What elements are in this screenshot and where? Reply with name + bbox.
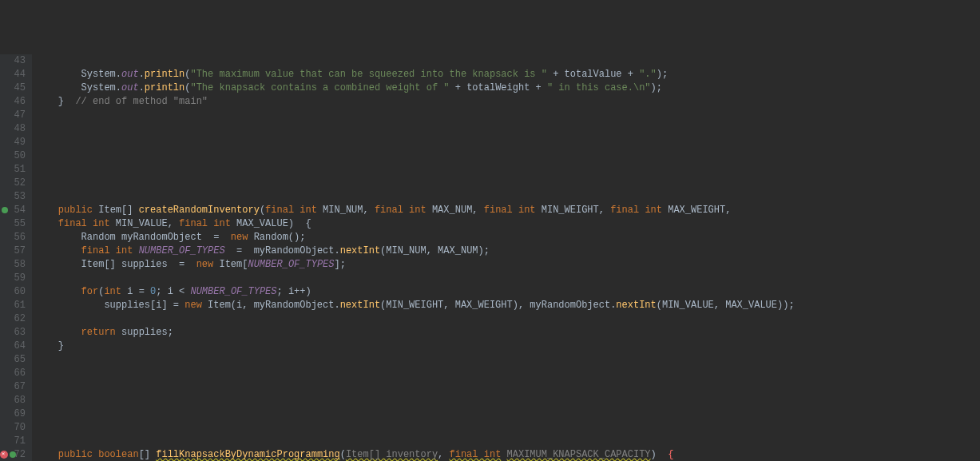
code-token: return xyxy=(81,327,116,338)
code-line[interactable]: } // end of method "main" xyxy=(35,95,980,109)
code-token: fillKnapsackByDynamicProgramming xyxy=(156,449,339,460)
code-token: MIN_VALUE, xyxy=(110,218,179,229)
code-area[interactable]: System.out.println("The maximum value th… xyxy=(32,54,980,461)
code-token: i = xyxy=(121,286,150,297)
line-number: 63 xyxy=(0,326,26,340)
code-line[interactable] xyxy=(35,149,980,163)
code-token: ) xyxy=(651,449,669,460)
code-token: ); xyxy=(651,82,662,93)
code-token: final int xyxy=(610,205,662,216)
override-marker-icon xyxy=(10,451,16,458)
code-line[interactable] xyxy=(35,312,980,326)
code-token: public xyxy=(58,205,93,216)
code-token: } xyxy=(35,96,75,107)
code-line[interactable] xyxy=(35,177,980,190)
code-line[interactable] xyxy=(35,421,980,435)
code-token: new xyxy=(184,300,202,311)
code-token: Item(i, myRandomObject. xyxy=(202,300,340,311)
code-token: NUMBER_OF_TYPES xyxy=(248,259,334,270)
code-line[interactable] xyxy=(35,272,980,285)
line-number: 52 xyxy=(0,177,26,190)
code-line[interactable] xyxy=(35,190,980,204)
code-token: + totalValue + xyxy=(547,69,639,80)
code-line[interactable] xyxy=(35,122,980,136)
code-token xyxy=(35,205,58,216)
code-line[interactable] xyxy=(35,394,980,407)
code-token: nextInt xyxy=(616,300,656,311)
code-token: nextInt xyxy=(340,245,380,256)
code-editor[interactable]: 4344454647484950515253545556575859606162… xyxy=(0,54,980,461)
code-line[interactable]: public boolean[] fillKnapsackByDynamicPr… xyxy=(35,448,980,461)
code-line[interactable]: Random myRandomObject = new Random(); xyxy=(35,231,980,244)
line-number-gutter: 4344454647484950515253545556575859606162… xyxy=(0,54,32,461)
code-line[interactable]: final int NUMBER_OF_TYPES = myRandomObje… xyxy=(35,244,980,258)
code-line[interactable] xyxy=(35,353,980,367)
line-number: 57 xyxy=(0,244,26,258)
code-line[interactable] xyxy=(35,163,980,177)
line-number: 43 xyxy=(0,54,26,68)
code-token: Item[ xyxy=(213,259,248,270)
line-number: 47 xyxy=(0,109,26,122)
code-line[interactable]: System.out.println("The knapsack contain… xyxy=(35,81,980,95)
code-token xyxy=(35,327,81,338)
code-token: ; i++) xyxy=(277,286,311,297)
line-number: 44 xyxy=(0,68,26,81)
line-number: 67 xyxy=(0,380,26,394)
code-token: final int xyxy=(179,218,231,229)
error-marker-icon xyxy=(0,451,8,459)
code-line[interactable] xyxy=(35,136,980,149)
code-line[interactable]: for(int i = 0; i < NUMBER_OF_TYPES; i++) xyxy=(35,285,980,299)
code-token: new xyxy=(231,232,248,243)
line-number: 65 xyxy=(0,353,26,367)
line-number: 72 xyxy=(0,448,26,461)
code-line[interactable]: final int MIN_VALUE, final int MAX_VALUE… xyxy=(35,217,980,231)
code-line[interactable]: System.out.println("The maximum value th… xyxy=(35,68,980,81)
code-line[interactable] xyxy=(35,54,980,68)
code-token: . xyxy=(116,82,121,93)
code-token: supplies; xyxy=(116,327,173,338)
code-token: nextInt xyxy=(340,300,380,311)
code-token: MIN_WEIGHT, xyxy=(536,205,611,216)
code-token: } xyxy=(35,340,64,352)
code-token: supplies[i] = xyxy=(35,300,184,311)
line-number: 60 xyxy=(0,285,26,299)
line-number: 68 xyxy=(0,394,26,407)
line-number: 55 xyxy=(0,217,26,231)
line-number: 61 xyxy=(0,299,26,312)
code-token: Item[] inventory xyxy=(346,449,438,460)
code-token: NUMBER_OF_TYPES xyxy=(190,286,276,297)
code-token: final int xyxy=(484,205,536,216)
code-line[interactable]: Item[] supplies = new Item[NUMBER_OF_TYP… xyxy=(35,258,980,272)
code-token: . xyxy=(139,82,145,93)
code-line[interactable]: return supplies; xyxy=(35,326,980,340)
code-token: + totalWeight + xyxy=(450,82,547,93)
code-line[interactable] xyxy=(35,367,980,380)
code-token: (MIN_NUM, MAX_NUM); xyxy=(380,245,490,256)
line-number: 51 xyxy=(0,163,26,177)
code-token: for xyxy=(81,286,99,297)
line-number: 49 xyxy=(0,136,26,149)
code-token: MAX_WEIGHT, xyxy=(662,205,731,216)
line-number: 48 xyxy=(0,122,26,136)
code-token xyxy=(133,245,138,256)
line-number: 66 xyxy=(0,367,26,380)
code-token xyxy=(35,218,58,229)
code-line[interactable]: public Item[] createRandomInventory(fina… xyxy=(35,204,980,217)
code-token: Item[] xyxy=(93,205,139,216)
code-line[interactable]: } xyxy=(35,340,980,353)
code-token: MIN_NUM, xyxy=(317,205,375,216)
code-token: . xyxy=(139,69,145,80)
code-token: "The maximum value that can be squeezed … xyxy=(190,69,546,80)
code-line[interactable] xyxy=(35,407,980,421)
code-line[interactable] xyxy=(35,435,980,448)
code-token: NUMBER_OF_TYPES xyxy=(139,245,225,256)
line-number: 62 xyxy=(0,312,26,326)
code-token: final int xyxy=(58,218,110,229)
code-line[interactable]: supplies[i] = new Item(i, myRandomObject… xyxy=(35,299,980,312)
code-token: int xyxy=(104,286,121,297)
code-token: MAXIMUM_KNAPSACK_CAPACITY xyxy=(507,449,651,460)
code-token: println xyxy=(145,69,184,80)
code-token xyxy=(35,286,81,297)
code-line[interactable] xyxy=(35,109,980,122)
code-line[interactable] xyxy=(35,380,980,394)
